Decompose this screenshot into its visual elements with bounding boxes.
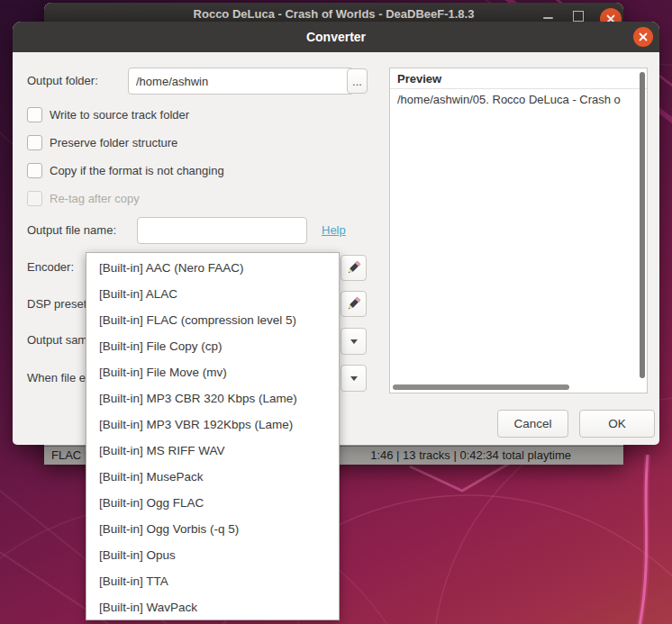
encoder-option[interactable]: [Built-in] Opus [86, 542, 339, 568]
encoder-option[interactable]: [Built-in] Ogg Vorbis (-q 5) [86, 516, 339, 542]
preserve-structure-checkbox[interactable] [27, 135, 42, 150]
copy-format-checkbox[interactable] [27, 163, 42, 178]
when-exists-dropdown-button[interactable] [341, 365, 367, 392]
output-folder-label: Output folder: [27, 74, 98, 87]
dsp-preset-label: DSP preset: [27, 297, 90, 311]
preview-horizontal-scrollbar[interactable] [393, 384, 569, 390]
chevron-down-icon [350, 376, 358, 381]
preview-path-row[interactable]: /home/ashwin/05. Rocco DeLuca - Crash o [390, 91, 637, 109]
browse-folder-button[interactable]: ... [347, 68, 368, 94]
help-link[interactable]: Help [322, 223, 346, 237]
edit-encoder-button[interactable] [341, 255, 367, 281]
preserve-structure-label[interactable]: Preserve folder structure [50, 136, 177, 149]
sample-rate-dropdown-button[interactable] [341, 328, 367, 355]
preview-header: Preview [390, 68, 647, 89]
preview-vertical-scrollbar[interactable] [640, 72, 645, 378]
output-file-name-input[interactable] [137, 217, 307, 244]
converter-title: Converter [13, 22, 659, 52]
encoder-option[interactable]: [Built-in] ALAC [86, 281, 339, 307]
write-to-source-label[interactable]: Write to source track folder [50, 108, 189, 122]
converter-titlebar[interactable]: Converter [13, 22, 659, 52]
encoder-option[interactable]: [Built-in] TTA [86, 568, 339, 594]
pencil-icon [345, 295, 362, 312]
status-format-text: FLAC | [51, 448, 87, 462]
encoder-option[interactable]: [Built-in] WavPack [86, 594, 339, 620]
preview-panel: Preview /home/ashwin/05. Rocco DeLuca - … [389, 68, 648, 393]
cancel-button[interactable]: Cancel [497, 410, 568, 438]
close-icon [639, 32, 648, 41]
maximize-icon[interactable] [573, 11, 584, 22]
retag-label: Re-tag after copy [50, 192, 140, 205]
chevron-down-icon [350, 339, 358, 344]
write-to-source-checkbox[interactable] [27, 107, 42, 122]
encoder-dropdown-menu: [Built-in] AAC (Nero FAAC)[Built-in] ALA… [86, 252, 340, 620]
output-folder-input[interactable] [128, 68, 354, 95]
minimize-icon[interactable] [543, 17, 553, 19]
encoder-option[interactable]: [Built-in] Ogg FLAC [86, 490, 339, 516]
encoder-option[interactable]: [Built-in] AAC (Nero FAAC) [86, 255, 339, 281]
output-file-name-label: Output file name: [27, 223, 116, 237]
pencil-icon [345, 259, 362, 276]
encoder-option[interactable]: [Built-in] MP3 VBR 192Kbps (Lame) [86, 411, 339, 438]
encoder-option[interactable]: [Built-in] MusePack [86, 464, 339, 490]
encoder-option[interactable]: [Built-in] FLAC (compression level 5) [86, 307, 339, 333]
status-playtime-text: 1:46 | 13 tracks | 0:42:34 total playtim… [370, 448, 571, 462]
encoder-option[interactable]: [Built-in] File Copy (cp) [86, 333, 339, 359]
edit-dsp-button[interactable] [341, 291, 367, 317]
copy-format-label[interactable]: Copy if the format is not changing [50, 164, 224, 177]
encoder-option[interactable]: [Built-in] File Move (mv) [86, 359, 339, 385]
retag-checkbox [27, 191, 42, 206]
ok-button[interactable]: OK [579, 410, 655, 438]
encoder-option[interactable]: [Built-in] MP3 CBR 320 Kbps (Lame) [86, 385, 339, 411]
encoder-label: Encoder: [27, 260, 74, 274]
converter-close-button[interactable] [633, 27, 653, 47]
encoder-option[interactable]: [Built-in] MS RIFF WAV [86, 438, 339, 464]
